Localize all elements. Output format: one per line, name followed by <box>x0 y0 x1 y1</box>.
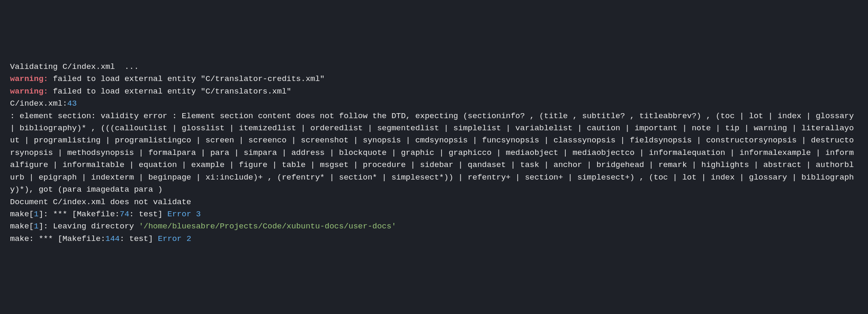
validity-error-text: : element section: validity error : Elem… <box>10 111 859 195</box>
directory-path: '/home/bluesabre/Projects/Code/xubuntu-d… <box>139 222 396 231</box>
terminal-line: Document C/index.xml does not validate <box>10 196 858 208</box>
warning-label: warning: <box>10 74 48 84</box>
terminal-line: make[1]: *** [Makefile:74: test] Error 3 <box>10 208 858 220</box>
make-text: make[ <box>10 222 34 231</box>
file-ref: C/index.xml: <box>10 99 67 108</box>
terminal-line: Validating C/index.xml ... <box>10 61 858 73</box>
makefile-line: 74 <box>120 210 129 219</box>
terminal-line: C/index.xml:43 <box>10 98 858 110</box>
warning-message: failed to load external entity "C/transl… <box>48 87 291 96</box>
warning-label: warning: <box>10 87 48 96</box>
make-text: : test] <box>120 234 158 243</box>
validate-fail-text: Document C/index.xml does not validate <box>10 198 191 207</box>
terminal-line: warning: failed to load external entity … <box>10 73 858 85</box>
terminal-line: : element section: validity error : Elem… <box>10 110 858 196</box>
makefile-line: 144 <box>105 234 120 243</box>
make-text: ]: *** [Makefile: <box>38 210 120 219</box>
make-text: make[ <box>10 210 34 219</box>
make-text: make: *** [Makefile: <box>10 234 105 243</box>
validating-text: Validating C/index.xml ... <box>10 62 139 71</box>
make-text: ]: Leaving directory <box>38 222 138 231</box>
terminal-line: make: *** [Makefile:144: test] Error 2 <box>10 233 858 245</box>
make-level: 1 <box>34 222 38 231</box>
warning-message: failed to load external entity "C/transl… <box>48 74 324 84</box>
make-text: : test] <box>129 210 167 219</box>
terminal-line: make[1]: Leaving directory '/home/bluesa… <box>10 220 858 233</box>
error-text: Error 3 <box>167 210 201 219</box>
error-text: Error 2 <box>158 234 191 243</box>
make-level: 1 <box>34 210 38 219</box>
line-number: 43 <box>67 99 77 108</box>
terminal-line: warning: failed to load external entity … <box>10 86 858 98</box>
